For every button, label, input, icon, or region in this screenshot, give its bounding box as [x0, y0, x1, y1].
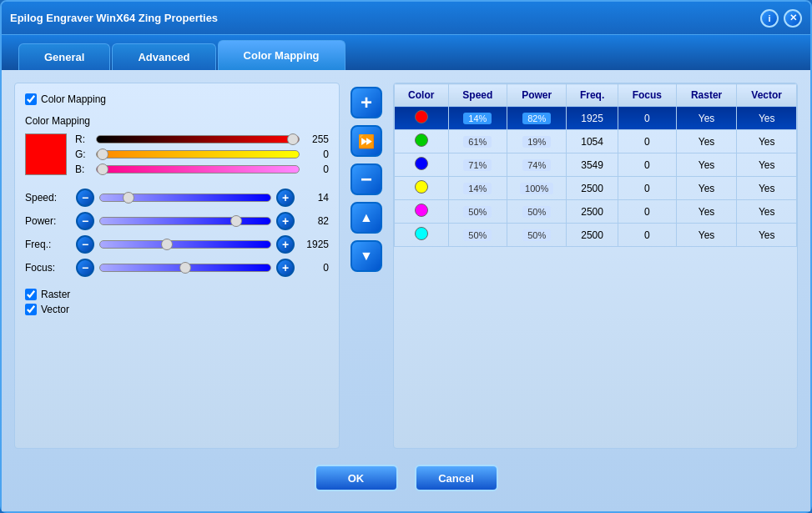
freq-slider[interactable] [99, 240, 271, 249]
cell-color-3 [395, 177, 449, 200]
power-plus-btn[interactable]: + [276, 212, 295, 230]
power-slider[interactable] [99, 217, 271, 225]
cell-speed-1: 61% [448, 130, 507, 153]
cell-focus-5: 0 [618, 224, 676, 247]
ok-button[interactable]: OK [315, 465, 398, 491]
col-header-raster: Raster [676, 84, 737, 107]
remove-button[interactable]: − [351, 163, 382, 195]
cell-power-3: 100% [507, 177, 567, 200]
cell-color-4 [395, 200, 449, 224]
cell-vector-4: Yes [737, 200, 797, 224]
cell-freq-1: 1054 [567, 130, 618, 153]
info-button[interactable]: i [760, 9, 779, 28]
power-label: Power: [25, 215, 71, 227]
raster-label: Raster [41, 289, 70, 300]
table-row[interactable]: 71% 74% 3549 0 Yes Yes [395, 153, 797, 177]
cell-speed-3: 14% [448, 177, 507, 200]
tab-advanced[interactable]: Advanced [112, 43, 215, 70]
color-swatch [25, 133, 67, 175]
cell-raster-2: Yes [676, 153, 737, 177]
cell-raster-1: Yes [676, 130, 737, 153]
table-row[interactable]: 61% 19% 1054 0 Yes Yes [395, 130, 797, 153]
add-button[interactable]: + [351, 87, 382, 118]
cell-color-2 [395, 153, 449, 177]
main-window: Epilog Engraver WinX64 Zing Properties i… [0, 0, 812, 513]
cell-vector-2: Yes [737, 153, 797, 177]
cell-freq-3: 2500 [567, 177, 618, 200]
cell-speed-2: 71% [448, 153, 507, 177]
col-header-speed: Speed [448, 84, 507, 107]
tab-color-mapping[interactable]: Color Mapping [218, 40, 345, 70]
focus-plus-btn[interactable]: + [276, 259, 295, 277]
r-slider-row: R: 255 [75, 133, 329, 145]
cell-focus-4: 0 [618, 200, 676, 224]
g-label: G: [75, 148, 92, 160]
freq-plus-btn[interactable]: + [276, 235, 295, 254]
color-table: Color Speed Power Freq. Focus Raster Vec… [394, 83, 797, 247]
vector-label: Vector [41, 304, 69, 315]
r-label: R: [75, 133, 92, 145]
cell-freq-4: 2500 [567, 200, 618, 224]
vector-checkbox[interactable] [25, 304, 37, 315]
main-panel: Color Mapping Color Mapping R: 255 [14, 83, 798, 449]
freq-label: Freq.: [25, 239, 71, 250]
col-header-freq: Freq. [567, 84, 618, 107]
cell-power-4: 50% [507, 200, 567, 224]
window-title: Epilog Engraver WinX64 Zing Properties [10, 12, 218, 24]
title-bar: Epilog Engraver WinX64 Zing Properties i… [2, 2, 810, 35]
down-button[interactable]: ▼ [351, 240, 382, 272]
bottom-checkboxes: Raster Vector [25, 289, 329, 315]
cell-focus-3: 0 [618, 177, 676, 200]
cell-raster-3: Yes [676, 177, 737, 200]
speed-slider[interactable] [99, 194, 271, 202]
table-row[interactable]: 14% 100% 2500 0 Yes Yes [395, 177, 797, 200]
cell-power-0: 82% [507, 107, 567, 130]
rgb-sliders: R: 255 G: 0 B: [75, 133, 329, 175]
forward-button[interactable]: ⏩ [351, 125, 382, 157]
speed-plus-btn[interactable]: + [276, 189, 295, 207]
vector-row: Vector [25, 304, 329, 315]
tab-bar: General Advanced Color Mapping [2, 35, 810, 70]
cell-vector-5: Yes [737, 224, 797, 247]
table-row[interactable]: 50% 50% 2500 0 Yes Yes [395, 224, 797, 247]
speed-label: Speed: [25, 192, 71, 204]
cell-speed-5: 50% [448, 224, 507, 247]
freq-row: Freq.: − + 1925 [25, 235, 329, 254]
cell-raster-0: Yes [676, 107, 737, 130]
content-area: Color Mapping Color Mapping R: 255 [2, 70, 810, 511]
color-preview-row: R: 255 G: 0 B: [25, 133, 329, 175]
cell-focus-1: 0 [618, 130, 676, 153]
cancel-button[interactable]: Cancel [415, 465, 498, 491]
cell-focus-0: 0 [618, 107, 676, 130]
title-buttons: i ✕ [760, 9, 802, 28]
raster-checkbox[interactable] [25, 289, 37, 300]
r-slider[interactable] [96, 135, 300, 143]
cell-vector-1: Yes [737, 130, 797, 153]
g-slider-row: G: 0 [75, 148, 329, 160]
cell-color-5 [395, 224, 449, 247]
cell-power-5: 50% [507, 224, 567, 247]
focus-minus-btn[interactable]: − [76, 259, 94, 277]
close-button[interactable]: ✕ [784, 9, 802, 28]
focus-value: 0 [300, 262, 329, 274]
enable-color-mapping-checkbox[interactable] [25, 93, 37, 105]
col-header-vector: Vector [737, 84, 797, 107]
focus-slider[interactable] [99, 264, 271, 272]
r-value: 255 [304, 133, 329, 145]
cell-freq-5: 2500 [567, 224, 618, 247]
table-row[interactable]: 14% 82% 1925 0 Yes Yes [395, 107, 797, 130]
g-slider[interactable] [96, 150, 300, 158]
enable-color-mapping-label: Color Mapping [41, 93, 106, 105]
cell-color-1 [395, 130, 449, 153]
side-buttons: + ⏩ − ▲ ▼ [348, 83, 385, 449]
power-minus-btn[interactable]: − [76, 212, 94, 230]
table-row[interactable]: 50% 50% 2500 0 Yes Yes [395, 200, 797, 224]
power-row: Power: − + 82 [25, 212, 329, 230]
focus-row: Focus: − + 0 [25, 259, 329, 277]
speed-minus-btn[interactable]: − [76, 189, 94, 207]
freq-minus-btn[interactable]: − [76, 235, 94, 254]
cell-speed-0: 14% [448, 107, 507, 130]
up-button[interactable]: ▲ [351, 202, 382, 234]
b-slider[interactable] [96, 165, 300, 174]
tab-general[interactable]: General [18, 43, 110, 70]
